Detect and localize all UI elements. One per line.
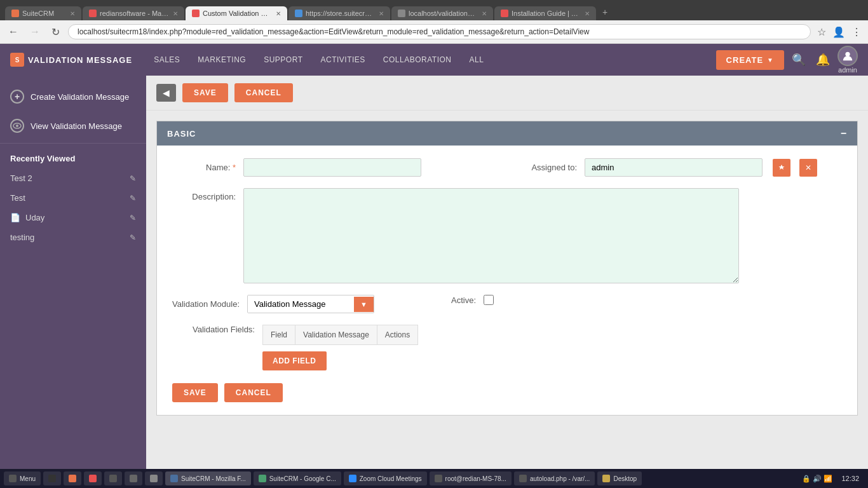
validation-module-select-wrapper: Validation Message ▼	[247, 295, 374, 313]
sidebar-recent-test[interactable]: Test ✎	[0, 188, 146, 208]
edit-icon-testing[interactable]: ✎	[130, 233, 136, 242]
nav-item-support[interactable]: SUPPORT	[255, 44, 311, 76]
taskbar-suitecrm-firefox[interactable]: SuiteCRM - Mozilla F...	[165, 471, 251, 484]
taskbar-suitecrm-chrome[interactable]: SuiteCRM - Google C...	[254, 471, 341, 484]
name-input[interactable]	[243, 158, 421, 177]
nav-item-collaboration[interactable]: COLLABORATION	[374, 44, 461, 76]
bottom-cancel-button[interactable]: CANCEL	[224, 383, 283, 402]
taskbar-app1-icon	[69, 475, 76, 482]
taskbar-zoom-label: Zoom Cloud Meetings	[360, 475, 422, 482]
tab-close-4[interactable]: ✕	[379, 10, 384, 17]
sidebar-item-test2-label: Test 2	[10, 173, 32, 183]
bookmark-button[interactable]: ☆	[816, 25, 827, 39]
nav-item-sales[interactable]: SALES	[145, 44, 189, 76]
tab-title-4: https://store.suitecrm.co...	[306, 10, 376, 17]
collapse-icon[interactable]: −	[841, 128, 847, 139]
taskbar-terminal-label: root@redian-MS-78...	[445, 475, 506, 482]
top-save-button[interactable]: SAVE	[182, 83, 228, 102]
active-checkbox[interactable]	[484, 295, 494, 305]
search-icon-button[interactable]: 🔍	[789, 50, 808, 69]
assigned-clear-button[interactable]: ✕	[799, 159, 817, 177]
section-title: BASIC	[167, 129, 196, 139]
user-profile-button[interactable]: 👤	[831, 25, 846, 39]
module-active-row: Validation Module: Validation Message ▼ …	[172, 295, 842, 313]
name-label: Name: *	[172, 163, 236, 172]
browser-tab-6[interactable]: Installation Guide | Twili... ✕	[494, 6, 596, 20]
tab-close-5[interactable]: ✕	[482, 10, 487, 17]
tab-close-6[interactable]: ✕	[585, 10, 590, 17]
browser-tab-1[interactable]: SuiteCRM ✕	[5, 6, 81, 20]
taskbar-editor[interactable]: autoload.php - /var/...	[514, 471, 595, 484]
taskbar-files[interactable]	[43, 471, 61, 484]
taskbar-desktop[interactable]: Desktop	[597, 471, 642, 484]
validation-module-label: Validation Module:	[172, 299, 240, 309]
assigned-to-label: Assigned to:	[513, 163, 577, 172]
select-arrow-icon[interactable]: ▼	[354, 297, 374, 312]
address-bar[interactable]	[68, 24, 811, 39]
sidebar-create-action[interactable]: + Create Validation Message	[0, 82, 146, 111]
nav-right: CREATE ▼ 🔍 🔔 admin	[716, 46, 858, 74]
assigned-to-input[interactable]: admin	[585, 158, 763, 177]
sidebar-view-action[interactable]: View Validation Message	[0, 111, 146, 140]
validation-module-select[interactable]: Validation Message	[248, 295, 354, 313]
tab-favicon-1	[11, 10, 19, 17]
sidebar-recent-test2[interactable]: Test 2 ✎	[0, 168, 146, 188]
taskbar-clock: 12:32	[836, 475, 864, 482]
browser-tab-3[interactable]: Custom Validation Mess... ✕	[186, 6, 287, 20]
add-field-button[interactable]: ADD FIELD	[262, 351, 327, 370]
forward-button[interactable]: →	[27, 25, 43, 39]
browser-tab-2[interactable]: rediansoftware - Manag... ✕	[83, 6, 184, 20]
taskbar: Menu SuiteCRM - Mozilla F... SuiteCRM - …	[0, 469, 868, 484]
browser-toolbar: ← → ↻ ☆ 👤 ⋮	[0, 20, 868, 44]
assigned-select-button[interactable]	[773, 159, 790, 177]
browser-tabs: SuiteCRM ✕ rediansoftware - Manag... ✕ C…	[5, 4, 863, 20]
edit-icon-test2[interactable]: ✎	[130, 174, 136, 183]
create-button[interactable]: CREATE ▼	[716, 50, 784, 70]
top-cancel-button[interactable]: CANCEL	[234, 83, 293, 102]
bottom-save-button[interactable]: SAVE	[172, 383, 218, 402]
user-avatar[interactable]	[837, 46, 858, 66]
validation-fields-label: Validation Fields:	[172, 325, 255, 334]
taskbar-app5-icon	[150, 475, 158, 482]
taskbar-app2[interactable]	[84, 471, 102, 484]
description-textarea[interactable]	[243, 188, 739, 283]
tab-close-1[interactable]: ✕	[70, 10, 75, 17]
edit-icon-uday[interactable]: ✎	[130, 214, 136, 222]
more-options-button[interactable]: ⋮	[850, 25, 863, 39]
nav-item-marketing[interactable]: MARKETING	[189, 44, 255, 76]
tab-favicon-2	[89, 10, 97, 17]
active-label: Active:	[412, 295, 476, 305]
taskbar-menu[interactable]: Menu	[4, 471, 41, 484]
taskbar-zoom[interactable]: Zoom Cloud Meetings	[344, 471, 427, 484]
new-tab-button[interactable]: +	[597, 4, 613, 20]
form-container: BASIC − Name: * Assi	[156, 121, 858, 416]
validation-module-group: Validation Module: Validation Message ▼	[172, 295, 374, 313]
app: S VALIDATION MESSAGE SALES MARKETING SUP…	[0, 44, 868, 484]
back-button[interactable]: ←	[5, 25, 22, 39]
taskbar-app4[interactable]	[125, 471, 142, 484]
edit-icon-test[interactable]: ✎	[130, 194, 136, 203]
view-eye-icon	[10, 119, 24, 133]
content-area: ◀ SAVE CANCEL BASIC − Name: *	[146, 76, 868, 484]
taskbar-terminal[interactable]: root@redian-MS-78...	[430, 471, 512, 484]
notification-bell-button[interactable]: 🔔	[813, 50, 832, 69]
tab-close-3[interactable]: ✕	[276, 10, 281, 17]
browser-tab-4[interactable]: https://store.suitecrm.co... ✕	[288, 6, 390, 20]
nav-item-all[interactable]: ALL	[460, 44, 492, 76]
sidebar-recent-uday[interactable]: 📄 Uday ✎	[0, 208, 146, 227]
taskbar-chrome-label: SuiteCRM - Google C...	[269, 475, 336, 482]
taskbar-app3[interactable]	[104, 471, 122, 484]
browser-tab-5[interactable]: localhost/validation_me... ✕	[391, 6, 493, 20]
tab-title-3: Custom Validation Mess...	[203, 10, 273, 17]
refresh-button[interactable]: ↻	[48, 25, 63, 39]
sidebar-recent-testing[interactable]: testing ✎	[0, 227, 146, 247]
taskbar-files-icon	[48, 475, 56, 482]
taskbar-app1[interactable]	[64, 471, 81, 484]
create-label: CREATE	[726, 55, 763, 65]
tab-favicon-3	[192, 10, 200, 17]
svg-point-2	[16, 125, 18, 127]
tab-close-2[interactable]: ✕	[173, 10, 178, 17]
nav-item-activities[interactable]: ACTIVITIES	[311, 44, 374, 76]
taskbar-app5[interactable]	[145, 471, 163, 484]
back-nav-button[interactable]: ◀	[156, 84, 176, 102]
